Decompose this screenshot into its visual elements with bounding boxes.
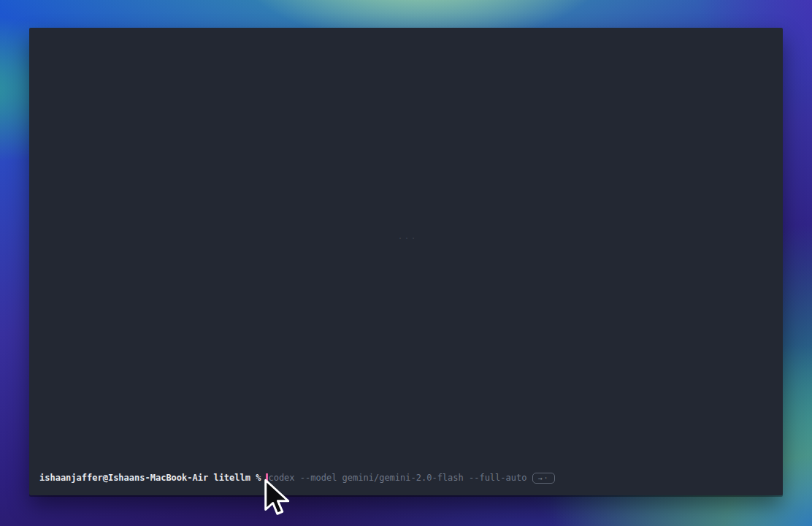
terminal-loading-dots: ···	[398, 235, 418, 243]
command-autosuggestion: codex --model gemini/gemini-2.0-flash --…	[268, 472, 526, 484]
shell-prompt-line[interactable]: ishaanjaffer@Ishaans-MacBook-Air litellm…	[39, 472, 555, 484]
terminal-window[interactable]: ··· ishaanjaffer@Ishaans-MacBook-Air lit…	[29, 28, 783, 495]
tab-accept-hint-badge: →·	[532, 473, 554, 484]
shell-prompt: ishaanjaffer@Ishaans-MacBook-Air litellm…	[39, 472, 261, 484]
screen: ··· ishaanjaffer@Ishaans-MacBook-Air lit…	[0, 0, 812, 526]
